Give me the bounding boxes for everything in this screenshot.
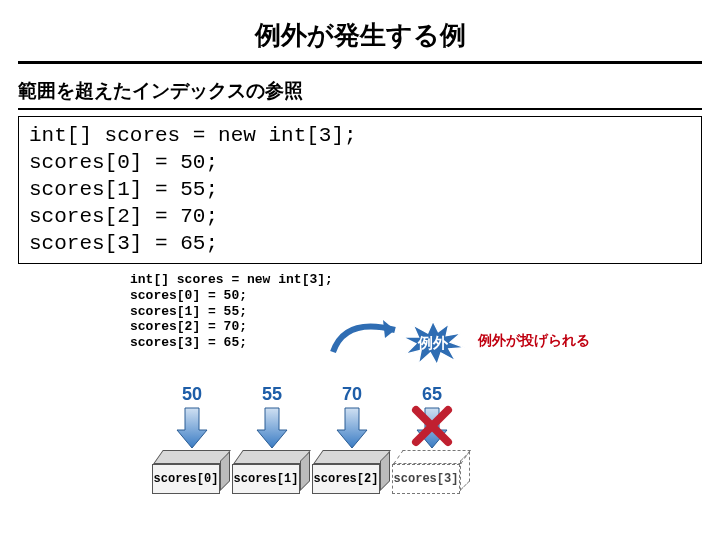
slot-label: scores[0] bbox=[152, 464, 220, 494]
array-slot-invalid: scores[3] bbox=[392, 450, 472, 510]
value-cell: 55 bbox=[232, 384, 312, 405]
arrow-down-icon bbox=[152, 406, 232, 450]
section-subtitle: 範囲を超えたインデックスの参照 bbox=[18, 78, 702, 110]
value-cell: 70 bbox=[312, 384, 392, 405]
page-title: 例外が発生する例 bbox=[18, 12, 702, 64]
code-small: int[] scores = new int[3]; scores[0] = 5… bbox=[130, 272, 333, 350]
svg-marker-0 bbox=[383, 320, 395, 338]
slot-label: scores[1] bbox=[232, 464, 300, 494]
cross-icon bbox=[410, 404, 454, 448]
arrow-down-icon bbox=[312, 406, 392, 450]
array-slot: scores[0] bbox=[152, 450, 232, 510]
slot-row: scores[0] scores[1] scores[2] scores[3] bbox=[152, 450, 472, 510]
slot-label: scores[2] bbox=[312, 464, 380, 494]
arrow-down-icon bbox=[232, 406, 312, 450]
curve-arrow-icon bbox=[325, 312, 405, 362]
slot-label: scores[3] bbox=[392, 464, 460, 494]
svg-marker-4 bbox=[337, 408, 367, 448]
exception-burst-label: 例外 bbox=[400, 320, 466, 366]
diagram-area: int[] scores = new int[3]; scores[0] = 5… bbox=[80, 272, 640, 522]
array-slot: scores[2] bbox=[312, 450, 392, 510]
array-slot: scores[1] bbox=[232, 450, 312, 510]
value-cell: 65 bbox=[392, 384, 472, 405]
value-row: 50 55 70 65 bbox=[152, 384, 472, 405]
svg-marker-3 bbox=[257, 408, 287, 448]
exception-thrown-label: 例外が投げられる bbox=[478, 332, 590, 350]
value-cell: 50 bbox=[152, 384, 232, 405]
svg-marker-2 bbox=[177, 408, 207, 448]
exception-burst-icon: 例外 bbox=[400, 320, 466, 366]
code-main: int[] scores = new int[3]; scores[0] = 5… bbox=[18, 116, 702, 264]
